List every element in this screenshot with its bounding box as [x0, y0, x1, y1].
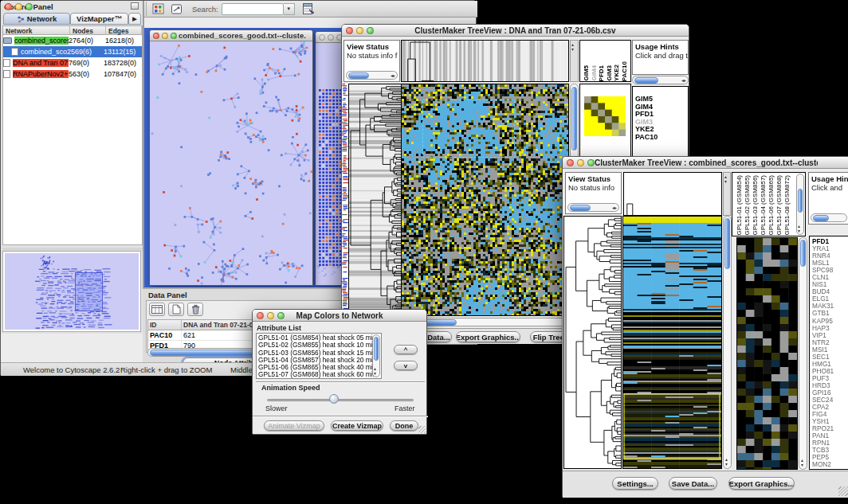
column-labels-vscrollbar[interactable]: ▴▾: [796, 174, 804, 235]
zoom-heatmap-vscrollbar[interactable]: ▴▾: [799, 237, 807, 470]
view-status-hscrollbar[interactable]: ◂▸: [567, 203, 619, 212]
gene-label-strip-canvas: [342, 84, 348, 315]
heatmap-vscrollbar[interactable]: ▴▾: [723, 216, 732, 469]
desktop: Cytoscape Desktop (Session Name: collins…: [0, 0, 848, 504]
network-from-table-icon[interactable]: [300, 2, 318, 17]
network-row-dna-tran[interactable]: DNA and Tran 07 769(0) 183728(0): [3, 57, 142, 68]
treeview2-titlebar[interactable]: ClusterMaker TreeView : combined_scores_…: [563, 157, 848, 169]
save-data-button[interactable]: Save Data...: [669, 477, 717, 490]
attribute-table-icon[interactable]: [149, 303, 165, 316]
network-window-1-title: combined_scores_good.txt--cluste...: [179, 31, 306, 40]
minimize-button[interactable]: [267, 312, 274, 319]
zoom-button[interactable]: [26, 3, 33, 10]
column-label[interactable]: YKE2: [613, 64, 621, 81]
column-label[interactable]: PFD1: [598, 65, 606, 81]
minimize-button[interactable]: [328, 34, 334, 41]
usage-hints-hscrollbar[interactable]: ◂▸: [632, 76, 689, 84]
view-status-text: No status info: [566, 183, 621, 192]
column-dendrogram-canvas[interactable]: [624, 173, 721, 215]
network-view-canvas[interactable]: [150, 41, 312, 285]
row-dendrogram-canvas[interactable]: [564, 217, 621, 468]
column-label[interactable]: GPL51-08 (GSM872): [783, 175, 791, 236]
animation-speed-slider-thumb[interactable]: [329, 394, 339, 404]
minimize-button[interactable]: [15, 3, 22, 10]
tab-network[interactable]: Network: [3, 13, 70, 25]
treeview1-view-status-panel: View Status No status info f ◂▸: [344, 40, 400, 82]
column-label[interactable]: GPL51-03 (GSM856): [752, 175, 760, 236]
heatmap-canvas[interactable]: [623, 217, 721, 468]
export-graphics-button[interactable]: Export Graphics...: [456, 331, 520, 342]
close-button[interactable]: [567, 159, 574, 166]
slower-label: Slower: [265, 404, 288, 412]
minimize-button[interactable]: [356, 27, 363, 34]
attribute-list-label: Attribute List: [257, 324, 301, 332]
treeview2-button-bar: Settings... Save Data... Export Graphics…: [563, 471, 848, 498]
close-button[interactable]: [153, 33, 159, 39]
resize-grip[interactable]: [838, 486, 848, 496]
animation-speed-slider-track[interactable]: [267, 399, 414, 401]
view-status-title: View Status: [566, 173, 621, 183]
minimize-button[interactable]: [577, 159, 584, 166]
folder-icon: [3, 37, 12, 44]
annotation-icon[interactable]: [167, 2, 186, 17]
gene-list: GIM5GIM4PFD1GIM3YKE2PAC10: [635, 96, 658, 141]
treeview1-titlebar[interactable]: ClusterMaker TreeView : DNA and Tran 07-…: [342, 25, 689, 37]
column-label[interactable]: GPL51-07 (GSM868): [775, 175, 783, 236]
attribute-item[interactable]: GPL51-07 (GSM868) heat shock 60 min: [257, 371, 376, 378]
attribute-list-vscrollbar[interactable]: ▴▾: [372, 334, 380, 377]
column-label[interactable]: GPL51-04 (GSM857): [760, 175, 768, 236]
animate-vizmap-button[interactable]: Animate Vizmap: [264, 420, 324, 431]
zoom-button[interactable]: [587, 159, 595, 166]
column-label[interactable]: PAC10: [621, 61, 629, 81]
new-attribute-icon[interactable]: [168, 303, 184, 316]
tab-vizmapper[interactable]: VizMapper™: [70, 13, 128, 25]
node-attributes-icon[interactable]: [149, 2, 167, 17]
view-status-hscrollbar[interactable]: ◂▸: [346, 71, 398, 80]
column-label[interactable]: GIM3: [606, 65, 614, 81]
attribute-list: GPL51-01 (GSM854) heat shock 05 minGPL51…: [256, 333, 382, 379]
zoom-button[interactable]: [277, 312, 285, 319]
gene-name[interactable]: PAC10: [635, 134, 658, 142]
search-input[interactable]: [222, 3, 284, 15]
close-button[interactable]: [346, 27, 353, 34]
column-label[interactable]: GIM5: [583, 65, 591, 81]
animation-speed-label: Animation Speed: [259, 384, 323, 392]
usage-hints-hscrollbar[interactable]: [811, 213, 847, 222]
tab-overflow-button[interactable]: ▶: [128, 13, 141, 25]
close-button[interactable]: [319, 34, 325, 41]
zoom-button[interactable]: [367, 27, 374, 34]
scroll-corner-strip[interactable]: ▴▾: [570, 40, 579, 82]
network-row-selected[interactable]: combined_sco 2569(6) 13112(15): [3, 46, 142, 57]
dialog-titlebar[interactable]: Map Colors to Network: [253, 310, 426, 322]
scroll-corner-strip[interactable]: ▴▾: [723, 172, 731, 216]
delete-attribute-trash-icon[interactable]: [187, 303, 203, 316]
close-button[interactable]: [257, 312, 264, 319]
birdseye-view-canvas[interactable]: [5, 253, 139, 330]
resize-grip[interactable]: [418, 426, 426, 433]
float-panel-icon[interactable]: [131, 2, 139, 10]
column-label[interactable]: GPL51-02 (GSM855): [744, 175, 752, 236]
network-row-combined-scores[interactable]: combined_scores 2764(0) 16218(0): [3, 35, 142, 46]
network-table-header[interactable]: Network Nodes Edges: [2, 25, 143, 35]
heatmap-canvas[interactable]: [402, 84, 568, 315]
minimize-button[interactable]: [162, 33, 168, 39]
column-label[interactable]: GPL51-01 (GSM854): [736, 175, 744, 236]
row-dendrogram-canvas[interactable]: [349, 84, 401, 315]
zoom-heatmap-canvas[interactable]: [737, 238, 797, 469]
column-label[interactable]: GIM4: [591, 65, 599, 81]
create-vizmap-button[interactable]: Create Vizmap: [331, 420, 383, 431]
attribute-items: GPL51-01 (GSM854) heat shock 05 minGPL51…: [257, 334, 376, 379]
zoom-button[interactable]: [171, 33, 177, 39]
column-dendrogram-canvas[interactable]: [402, 41, 568, 81]
gene-name[interactable]: MON2: [812, 461, 834, 468]
column-label[interactable]: GPL51-06 (GSM865): [768, 175, 775, 236]
close-button[interactable]: [5, 3, 12, 10]
network-row-rnapuber[interactable]: RNAPuberNov2+ 563(0) 107847(0): [3, 68, 142, 80]
move-down-button[interactable]: v: [394, 361, 418, 370]
export-graphics-button[interactable]: Export Graphics...: [728, 477, 795, 490]
network-window-1-titlebar[interactable]: combined_scores_good.txt--cluste...: [150, 30, 312, 41]
move-up-button[interactable]: ^: [394, 345, 418, 354]
done-button[interactable]: Done: [390, 420, 418, 431]
settings-button[interactable]: Settings...: [612, 477, 658, 490]
search-dropdown-arrow-icon[interactable]: ▼: [284, 3, 295, 15]
